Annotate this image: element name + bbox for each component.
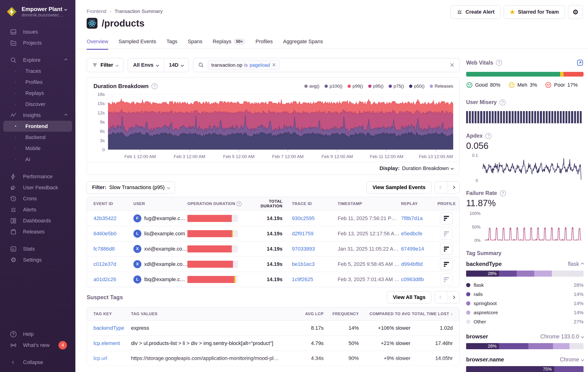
- sidebar-item-traces[interactable]: ·Traces: [3, 65, 72, 76]
- trace-id-link[interactable]: d2f91759: [292, 231, 338, 237]
- legend-p100[interactable]: p100(): [325, 84, 342, 89]
- legend-p75[interactable]: p75(): [389, 84, 404, 89]
- event-id-link[interactable]: 42b35422: [94, 215, 133, 222]
- profile-button[interactable]: [440, 243, 453, 255]
- list-item[interactable]: springboot14%: [466, 299, 584, 308]
- tag-distribution-bar[interactable]: 75%: [466, 366, 584, 372]
- sort-desc-icon[interactable]: ↓: [451, 312, 453, 316]
- sidebar-item-discover[interactable]: ·Discover: [3, 99, 72, 110]
- search-clear-icon[interactable]: ✕: [450, 62, 455, 69]
- trace-id-link[interactable]: 97033893: [292, 246, 338, 252]
- legend-p99[interactable]: p99(): [347, 84, 363, 89]
- duration-breakdown-chart[interactable]: 03s6s9s12s15s18sFeb 1 12:00 AMFeb 3 12:0…: [90, 91, 456, 162]
- tag-distribution-bar[interactable]: 28%: [466, 343, 584, 349]
- create-alert-button[interactable]: Create Alert: [451, 5, 500, 19]
- sidebar-item-frontend[interactable]: ·Frontend: [3, 121, 72, 132]
- sidebar-item-whats-new[interactable]: What's new 4: [3, 340, 72, 351]
- transactions-filter-button[interactable]: Filter: Slow Transactions (p95): [87, 181, 175, 193]
- view-sampled-events-button[interactable]: View Sampled Events: [367, 181, 431, 193]
- help-icon[interactable]: ?: [500, 190, 506, 196]
- trace-id-link[interactable]: 1c9f2625: [292, 276, 338, 283]
- replay-link[interactable]: 67499e14: [401, 246, 438, 252]
- replay-link[interactable]: e5edbcfe: [401, 231, 438, 237]
- tab-sampled-events[interactable]: Sampled Events: [119, 39, 156, 50]
- help-icon[interactable]: ?: [236, 201, 242, 206]
- sidebar-item-ai[interactable]: ·AI: [3, 154, 72, 165]
- sidebar-item-issues[interactable]: Issues: [3, 26, 72, 37]
- sidebar-item-user-feedback[interactable]: User Feedback: [3, 182, 72, 193]
- tab-aggregate-spans[interactable]: Aggregate Spans: [283, 39, 323, 50]
- legend-releases[interactable]: Releases: [430, 84, 453, 89]
- prev-page-button[interactable]: [435, 291, 447, 303]
- event-id-link[interactable]: a01d2c26: [94, 276, 133, 283]
- profile-button[interactable]: [440, 274, 453, 285]
- display-selector[interactable]: Display: Duration Breakdown: [87, 162, 459, 174]
- sidebar-item-performance[interactable]: Performance: [3, 171, 72, 182]
- tab-replays[interactable]: Replays 50+: [213, 39, 245, 50]
- profile-button[interactable]: [440, 213, 453, 224]
- sidebar-item-crons[interactable]: Crons: [3, 193, 72, 204]
- sidebar-item-dashboards[interactable]: Dashboards: [3, 215, 72, 226]
- replay-link[interactable]: d994bf8d: [401, 261, 438, 267]
- search-filter-chip[interactable]: transaction.op is pageload ✕: [208, 60, 280, 70]
- tag-key-link[interactable]: backendType: [94, 325, 131, 331]
- profile-button[interactable]: [440, 228, 453, 240]
- sidebar-item-backend[interactable]: ·Backend: [3, 132, 72, 143]
- sidebar-item-profiles[interactable]: ·Profiles: [3, 76, 72, 88]
- view-all-tags-button[interactable]: View All Tags: [387, 291, 431, 303]
- starred-for-team-button[interactable]: ★ Starred for Team: [504, 5, 565, 19]
- sidebar-item-mobile[interactable]: ·Mobile: [3, 143, 72, 154]
- sidebar-item-stats[interactable]: Stats: [3, 243, 72, 254]
- open-in-new-icon[interactable]: [577, 59, 584, 66]
- help-icon[interactable]: ?: [485, 133, 492, 139]
- sidebar-item-releases[interactable]: Releases: [3, 226, 72, 237]
- tab-spans[interactable]: Spans: [188, 39, 202, 50]
- date-range-selector[interactable]: 14D: [164, 58, 189, 72]
- list-item[interactable]: aspnetcore14%: [466, 308, 584, 317]
- sidebar-collapse-button[interactable]: Collapse: [3, 357, 72, 368]
- sidebar-item-settings[interactable]: ⚙ Settings: [3, 254, 72, 265]
- sidebar-group-insights[interactable]: Insights: [3, 110, 72, 121]
- trace-id-link[interactable]: be1b1ec3: [292, 261, 338, 267]
- tab-profiles[interactable]: Profiles: [255, 39, 273, 50]
- event-id-link[interactable]: c012e37d: [94, 261, 133, 267]
- search-input[interactable]: transaction.op is pageload ✕ ✕: [193, 58, 460, 72]
- tab-overview[interactable]: Overview: [87, 39, 108, 50]
- sidebar-item-projects[interactable]: Projects: [3, 37, 72, 48]
- chip-remove-icon[interactable]: ✕: [272, 62, 276, 68]
- replay-link[interactable]: c0963d8b: [401, 276, 438, 283]
- list-item[interactable]: rails14%: [466, 290, 584, 299]
- help-icon[interactable]: ?: [496, 60, 502, 66]
- filter-button[interactable]: Filter: [87, 58, 124, 72]
- trace-id-link[interactable]: 930c2595: [292, 215, 338, 222]
- tag-key-link[interactable]: lcp.element: [94, 340, 131, 346]
- breadcrumb-project[interactable]: Frontend: [87, 9, 106, 14]
- replay-link[interactable]: 7f8b7d1a: [401, 215, 438, 222]
- tag-value-selector[interactable]: flask: [568, 261, 584, 267]
- help-icon[interactable]: ?: [499, 99, 505, 106]
- sidebar-item-help[interactable]: ? Help: [3, 329, 72, 340]
- legend-p50[interactable]: p50(): [409, 84, 424, 89]
- list-item[interactable]: flask28%: [466, 280, 584, 290]
- help-icon[interactable]: ?: [151, 83, 158, 89]
- tag-distribution-bar[interactable]: 28%: [466, 271, 584, 277]
- sidebar-item-replays[interactable]: ·Replays: [3, 88, 72, 99]
- tag-value-selector[interactable]: Chrome: [560, 357, 584, 363]
- tag-value-selector[interactable]: Chrome 133.0.0: [540, 333, 584, 340]
- tab-tags[interactable]: Tags: [167, 39, 177, 50]
- list-item[interactable]: Other27%: [466, 317, 584, 326]
- org-switcher[interactable]: Empower Plant dominik.buszowiec…: [0, 0, 75, 20]
- environment-selector[interactable]: All Envs: [128, 58, 164, 72]
- legend-p95[interactable]: p95(): [368, 84, 383, 89]
- settings-button[interactable]: ⚙: [568, 5, 583, 19]
- next-page-button[interactable]: [447, 181, 459, 193]
- tag-key-link[interactable]: lcp.url: [94, 355, 131, 361]
- next-page-button[interactable]: [447, 291, 459, 303]
- prev-page-button[interactable]: [435, 181, 447, 193]
- profile-button[interactable]: [440, 258, 453, 270]
- legend-avg[interactable]: avg(): [304, 84, 319, 89]
- event-id-link[interactable]: fc7886d8: [94, 246, 133, 252]
- sidebar-group-explore[interactable]: Explore: [3, 54, 72, 65]
- event-id-link[interactable]: 6460e5b0: [94, 231, 133, 237]
- sidebar-item-alerts[interactable]: Alerts: [3, 204, 72, 215]
